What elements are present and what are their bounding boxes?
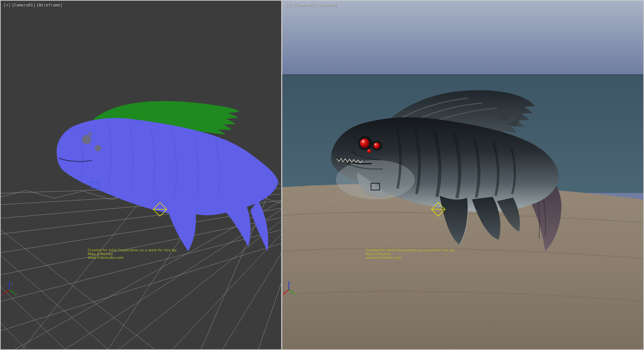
credit-line-3: www.fritzstudio.com <box>88 256 177 260</box>
fish-eye-spot <box>95 145 101 151</box>
3d-viewport-app: [+] [Camera01] [Wireframe] <box>0 0 644 350</box>
viewport-wireframe[interactable]: [+] [Camera01] [Wireframe] <box>1 1 281 349</box>
fish-eye <box>360 138 369 148</box>
tail-trailing-fin[interactable] <box>250 200 268 251</box>
viewport-label: [+] [Camera01] [Wireframe] <box>4 3 63 8</box>
viewport-menu-general[interactable]: [+] <box>285 3 292 8</box>
eye-highlight <box>375 144 376 145</box>
viewport-menu-camera[interactable]: [Camera01] <box>293 3 317 8</box>
axis-z-label: z <box>10 282 12 285</box>
shaded-scene[interactable]: z x y <box>282 1 643 349</box>
sky <box>282 1 643 75</box>
credit-line-1: Created for Intel Corporation as a work … <box>366 248 455 252</box>
viewport-menu-general[interactable]: [+] <box>4 3 11 8</box>
axis-x-label: x <box>283 293 285 296</box>
axis-z-label: z <box>290 282 292 285</box>
fish-eye-spot <box>82 135 91 144</box>
eye-highlight <box>362 141 364 142</box>
credit-line-1: Created for Intel Corporation as a work … <box>88 248 177 252</box>
viewport-label: [+] [Camera01] [Shaded] <box>285 3 337 8</box>
axis-tripod: z x y <box>1 281 17 296</box>
fish-eye-spot <box>88 132 92 136</box>
axis-y-label: y <box>294 292 297 296</box>
fish-model-wireframe[interactable] <box>57 101 278 251</box>
fish-eye <box>367 149 371 153</box>
viewport-menu-camera[interactable]: [Camera01] <box>12 3 35 8</box>
credit-text: Created for Intel Corporation as a work … <box>88 248 177 260</box>
axis-x-label: x <box>1 293 4 296</box>
viewport-shaded[interactable]: [+] [Camera01] [Shaded] <box>282 1 643 349</box>
viewport-menu-shading[interactable]: [Wireframe] <box>36 3 63 8</box>
fish-eye <box>374 142 380 149</box>
credit-line-3: www.fritzstudio.com <box>366 256 455 260</box>
axis-y-label: y <box>15 292 17 296</box>
viewport-menu-shading[interactable]: [Shaded] <box>318 3 337 8</box>
credit-text: Created for Intel Corporation as a work … <box>366 248 455 260</box>
wireframe-scene[interactable]: z x y <box>1 1 281 349</box>
